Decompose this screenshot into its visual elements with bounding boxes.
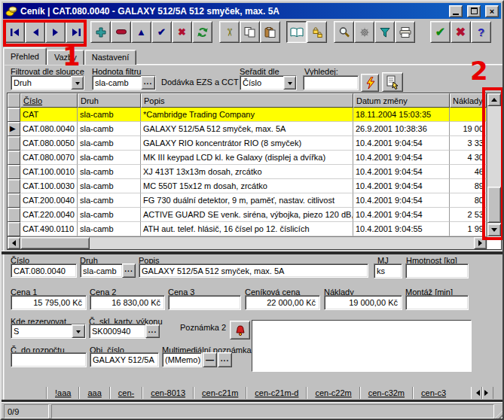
settings-button[interactable] bbox=[354, 21, 374, 43]
post-button[interactable]: ✔ bbox=[151, 21, 172, 43]
paste-button[interactable] bbox=[260, 21, 280, 43]
vertical-scrollbar-thumb[interactable] bbox=[487, 187, 501, 223]
scroll-left-button[interactable] bbox=[8, 237, 20, 249]
cell-cislo[interactable]: CAT.200.0040 bbox=[20, 193, 78, 208]
skl-karty-field[interactable]: SK000940 bbox=[89, 324, 146, 339]
row-marker[interactable] bbox=[8, 108, 20, 122]
bottom-tab-cenc32m[interactable]: cen-c32m bbox=[361, 388, 412, 397]
cell-naklady[interactable]: 19 00 bbox=[450, 122, 487, 136]
grid-header-popis[interactable]: Popis bbox=[141, 93, 353, 108]
filter-column-dropdown-button[interactable] bbox=[71, 76, 84, 90]
cell-datum_zmeny[interactable]: 26.9.2001 10:38:36 bbox=[353, 122, 450, 136]
mj-field[interactable]: ks bbox=[374, 263, 402, 278]
bottom-tabs-left-button[interactable] bbox=[471, 387, 482, 399]
cell-popis[interactable]: MK III keypad LCD kl. ke Galaxy (displej… bbox=[141, 151, 353, 165]
cell-naklady[interactable]: 2 53 bbox=[450, 208, 487, 222]
cell-naklady[interactable]: 1 99 bbox=[450, 222, 487, 236]
delete-record-button[interactable] bbox=[111, 21, 131, 43]
cena1-field[interactable]: 15 795,00 Kč bbox=[11, 295, 87, 310]
cell-druh[interactable]: sla-camb bbox=[78, 222, 141, 236]
previous-record-button[interactable] bbox=[25, 21, 45, 43]
sort-dropdown-button[interactable] bbox=[283, 76, 296, 90]
cislo-field[interactable]: CAT.080.0040 bbox=[11, 263, 77, 278]
obj-cislo-field[interactable]: GALAXY 512/5A bbox=[90, 352, 159, 367]
grid-row[interactable]: CAT.200.0040sla-cambFG 730 duální detekt… bbox=[8, 193, 501, 208]
cell-druh[interactable]: sla-camb bbox=[78, 208, 141, 222]
locks-button[interactable] bbox=[307, 21, 327, 43]
grid-row[interactable]: CAT.080.0050sla-cambGALAXY RIO koncentrá… bbox=[8, 136, 501, 151]
cut-button[interactable]: ✂ bbox=[219, 21, 240, 43]
grid-row[interactable]: CAT.100.0010sla-cambXJ 413T 13x13m dosah… bbox=[8, 165, 501, 179]
cell-popis[interactable]: ACTIVE GUARD SE venk. siréna, výbojka, p… bbox=[141, 208, 353, 222]
help-button[interactable]: ? bbox=[471, 21, 491, 43]
skl-karty-lookup-button[interactable]: ... bbox=[145, 324, 160, 338]
cell-naklady[interactable]: 46 bbox=[450, 165, 487, 179]
tab-prehled[interactable]: Přehled bbox=[3, 47, 47, 65]
confirm-button[interactable]: ✔ bbox=[430, 21, 451, 43]
cell-druh[interactable]: sla-camb bbox=[78, 179, 141, 193]
row-marker[interactable] bbox=[8, 151, 20, 165]
row-marker[interactable] bbox=[8, 208, 20, 222]
titlebar[interactable]: Ceník | CAT.080.0040 - GALAXY 512/5A 512… bbox=[3, 3, 501, 19]
cenikova-cena-field[interactable]: 22 000,00 Kč bbox=[245, 295, 320, 310]
last-record-button[interactable] bbox=[66, 21, 86, 43]
copy-button[interactable] bbox=[240, 21, 260, 43]
add-record-button[interactable] bbox=[90, 21, 111, 43]
cancel-edit-button[interactable]: ✖ bbox=[172, 21, 192, 43]
bottom-tab-cenc21md[interactable]: cen-c21m-d bbox=[247, 388, 306, 397]
print-button[interactable] bbox=[395, 21, 415, 43]
cell-naklady[interactable]: 89 bbox=[450, 179, 487, 193]
bottom-tab-cenc3[interactable]: cen-c3 bbox=[414, 388, 454, 397]
search-input[interactable] bbox=[303, 75, 359, 90]
resize-grip[interactable] bbox=[493, 410, 503, 420]
cell-cislo[interactable]: CAT.100.0010 bbox=[20, 165, 78, 179]
minimize-button[interactable] bbox=[449, 5, 463, 17]
cell-cislo[interactable]: CAT.220.0040 bbox=[20, 208, 78, 222]
grid-row[interactable]: CATsla-camb*Cambridge Trading Company18.… bbox=[8, 108, 501, 122]
cell-datum_zmeny[interactable]: 10.4.2001 9:04:54 bbox=[353, 179, 450, 193]
row-marker[interactable] bbox=[8, 179, 20, 193]
cell-datum_zmeny[interactable]: 10.4.2001 9:04:54 bbox=[353, 165, 450, 179]
horizontal-scrollbar[interactable] bbox=[8, 236, 487, 249]
scroll-up-button[interactable] bbox=[487, 93, 501, 106]
grid-row[interactable]: CAT.100.0030sla-cambMC 550T 15x12 m dosa… bbox=[8, 179, 501, 193]
filter-button[interactable] bbox=[374, 21, 395, 43]
abort-button[interactable]: ✖ bbox=[451, 21, 471, 43]
filter-value-lookup-button[interactable]: ... bbox=[141, 76, 155, 90]
next-record-button[interactable] bbox=[45, 21, 66, 43]
druh-field[interactable]: sla-camb bbox=[80, 263, 123, 278]
popis-field[interactable]: GALAXY 512/5A 512 smyček, max. 5A bbox=[139, 263, 368, 278]
cell-datum_zmeny[interactable]: 10.4.2001 9:04:55 bbox=[353, 222, 450, 236]
cell-naklady[interactable]: 80 bbox=[450, 193, 487, 208]
vertical-scrollbar[interactable] bbox=[487, 93, 501, 236]
first-record-button[interactable] bbox=[5, 21, 25, 43]
cena3-field[interactable] bbox=[168, 295, 241, 310]
bottom-tab-cenc22m[interactable]: cen-c22m bbox=[307, 388, 359, 397]
row-marker[interactable] bbox=[8, 193, 20, 208]
cell-druh[interactable]: sla-camb bbox=[78, 122, 141, 136]
grid-header-datum[interactable]: Datum změny bbox=[353, 93, 450, 108]
refresh-button[interactable] bbox=[192, 21, 212, 43]
bottom-tab-aaa[interactable]: !aaa bbox=[47, 388, 78, 397]
search-button[interactable] bbox=[334, 21, 354, 43]
horizontal-scrollbar-thumb[interactable] bbox=[20, 237, 90, 249]
rozpocet-field[interactable] bbox=[11, 352, 87, 367]
cell-datum_zmeny[interactable]: 10.4.2001 9:04:54 bbox=[353, 193, 450, 208]
cell-druh[interactable]: sla-camb bbox=[78, 136, 141, 151]
cell-druh[interactable]: sla-camb bbox=[78, 193, 141, 208]
cell-popis[interactable]: XJ 413T 13x13m dosah, zrcátko bbox=[141, 165, 353, 179]
grid-row[interactable]: CAT.220.0040sla-cambACTIVE GUARD SE venk… bbox=[8, 208, 501, 222]
cell-datum_zmeny[interactable]: 10.4.2001 9:04:54 bbox=[353, 136, 450, 151]
cell-cislo[interactable]: CAT.080.0050 bbox=[20, 136, 78, 151]
quick-search-button[interactable] bbox=[361, 74, 379, 92]
kde-rezervovat-dropdown-button[interactable] bbox=[72, 324, 85, 338]
row-marker[interactable] bbox=[8, 165, 20, 179]
cell-cislo[interactable]: CAT bbox=[20, 108, 78, 122]
row-marker[interactable]: ▶ bbox=[8, 122, 20, 136]
cell-popis[interactable]: ATH aut. telef. hlásič, 16 čísel po 12. … bbox=[141, 222, 353, 236]
tab-vazby[interactable]: Vazby bbox=[47, 50, 84, 65]
row-marker[interactable] bbox=[8, 136, 20, 151]
naklady-field[interactable]: 19 000,00 Kč bbox=[324, 295, 402, 310]
scroll-right-button[interactable] bbox=[474, 237, 487, 249]
edit-record-button[interactable]: ▲ bbox=[131, 21, 151, 43]
